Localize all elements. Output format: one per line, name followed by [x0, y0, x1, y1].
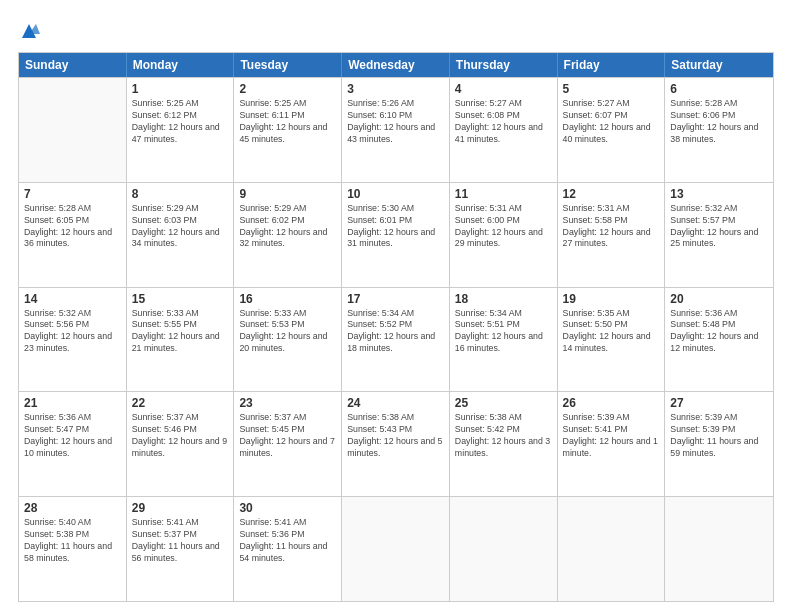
- day-info: Sunrise: 5:26 AM Sunset: 6:10 PM Dayligh…: [347, 98, 444, 146]
- calendar-cell: 23Sunrise: 5:37 AM Sunset: 5:45 PM Dayli…: [234, 392, 342, 496]
- day-number: 26: [563, 396, 660, 410]
- calendar-cell: [450, 497, 558, 601]
- calendar-cell: 30Sunrise: 5:41 AM Sunset: 5:36 PM Dayli…: [234, 497, 342, 601]
- day-info: Sunrise: 5:28 AM Sunset: 6:05 PM Dayligh…: [24, 203, 121, 251]
- day-info: Sunrise: 5:37 AM Sunset: 5:45 PM Dayligh…: [239, 412, 336, 460]
- calendar-cell: 11Sunrise: 5:31 AM Sunset: 6:00 PM Dayli…: [450, 183, 558, 287]
- day-number: 11: [455, 187, 552, 201]
- day-number: 19: [563, 292, 660, 306]
- col-header-saturday: Saturday: [665, 53, 773, 77]
- calendar-cell: 24Sunrise: 5:38 AM Sunset: 5:43 PM Dayli…: [342, 392, 450, 496]
- calendar-cell: 29Sunrise: 5:41 AM Sunset: 5:37 PM Dayli…: [127, 497, 235, 601]
- day-info: Sunrise: 5:40 AM Sunset: 5:38 PM Dayligh…: [24, 517, 121, 565]
- calendar-week-5: 28Sunrise: 5:40 AM Sunset: 5:38 PM Dayli…: [19, 496, 773, 601]
- day-info: Sunrise: 5:35 AM Sunset: 5:50 PM Dayligh…: [563, 308, 660, 356]
- day-info: Sunrise: 5:39 AM Sunset: 5:39 PM Dayligh…: [670, 412, 768, 460]
- day-number: 17: [347, 292, 444, 306]
- calendar-cell: 1Sunrise: 5:25 AM Sunset: 6:12 PM Daylig…: [127, 78, 235, 182]
- day-info: Sunrise: 5:31 AM Sunset: 5:58 PM Dayligh…: [563, 203, 660, 251]
- logo: [18, 18, 44, 42]
- col-header-friday: Friday: [558, 53, 666, 77]
- day-info: Sunrise: 5:38 AM Sunset: 5:42 PM Dayligh…: [455, 412, 552, 460]
- day-number: 25: [455, 396, 552, 410]
- calendar-cell: 25Sunrise: 5:38 AM Sunset: 5:42 PM Dayli…: [450, 392, 558, 496]
- calendar-cell: 12Sunrise: 5:31 AM Sunset: 5:58 PM Dayli…: [558, 183, 666, 287]
- day-number: 14: [24, 292, 121, 306]
- calendar-cell: 9Sunrise: 5:29 AM Sunset: 6:02 PM Daylig…: [234, 183, 342, 287]
- calendar-cell: [558, 497, 666, 601]
- calendar-cell: 14Sunrise: 5:32 AM Sunset: 5:56 PM Dayli…: [19, 288, 127, 392]
- calendar-cell: 19Sunrise: 5:35 AM Sunset: 5:50 PM Dayli…: [558, 288, 666, 392]
- calendar-cell: 22Sunrise: 5:37 AM Sunset: 5:46 PM Dayli…: [127, 392, 235, 496]
- day-info: Sunrise: 5:41 AM Sunset: 5:36 PM Dayligh…: [239, 517, 336, 565]
- calendar-body: 1Sunrise: 5:25 AM Sunset: 6:12 PM Daylig…: [19, 77, 773, 601]
- day-info: Sunrise: 5:29 AM Sunset: 6:02 PM Dayligh…: [239, 203, 336, 251]
- day-info: Sunrise: 5:34 AM Sunset: 5:52 PM Dayligh…: [347, 308, 444, 356]
- day-number: 12: [563, 187, 660, 201]
- calendar-week-3: 14Sunrise: 5:32 AM Sunset: 5:56 PM Dayli…: [19, 287, 773, 392]
- calendar-cell: 5Sunrise: 5:27 AM Sunset: 6:07 PM Daylig…: [558, 78, 666, 182]
- col-header-tuesday: Tuesday: [234, 53, 342, 77]
- calendar-cell: [19, 78, 127, 182]
- day-number: 18: [455, 292, 552, 306]
- col-header-thursday: Thursday: [450, 53, 558, 77]
- day-number: 1: [132, 82, 229, 96]
- col-header-monday: Monday: [127, 53, 235, 77]
- day-number: 8: [132, 187, 229, 201]
- calendar: SundayMondayTuesdayWednesdayThursdayFrid…: [18, 52, 774, 602]
- header: [18, 18, 774, 42]
- calendar-cell: 4Sunrise: 5:27 AM Sunset: 6:08 PM Daylig…: [450, 78, 558, 182]
- calendar-header-row: SundayMondayTuesdayWednesdayThursdayFrid…: [19, 53, 773, 77]
- day-info: Sunrise: 5:25 AM Sunset: 6:12 PM Dayligh…: [132, 98, 229, 146]
- day-info: Sunrise: 5:25 AM Sunset: 6:11 PM Dayligh…: [239, 98, 336, 146]
- day-info: Sunrise: 5:37 AM Sunset: 5:46 PM Dayligh…: [132, 412, 229, 460]
- day-info: Sunrise: 5:32 AM Sunset: 5:56 PM Dayligh…: [24, 308, 121, 356]
- day-info: Sunrise: 5:36 AM Sunset: 5:48 PM Dayligh…: [670, 308, 768, 356]
- day-info: Sunrise: 5:29 AM Sunset: 6:03 PM Dayligh…: [132, 203, 229, 251]
- day-info: Sunrise: 5:38 AM Sunset: 5:43 PM Dayligh…: [347, 412, 444, 460]
- day-number: 23: [239, 396, 336, 410]
- day-info: Sunrise: 5:33 AM Sunset: 5:55 PM Dayligh…: [132, 308, 229, 356]
- calendar-week-4: 21Sunrise: 5:36 AM Sunset: 5:47 PM Dayli…: [19, 391, 773, 496]
- day-number: 29: [132, 501, 229, 515]
- calendar-cell: 13Sunrise: 5:32 AM Sunset: 5:57 PM Dayli…: [665, 183, 773, 287]
- day-info: Sunrise: 5:27 AM Sunset: 6:08 PM Dayligh…: [455, 98, 552, 146]
- col-header-wednesday: Wednesday: [342, 53, 450, 77]
- day-info: Sunrise: 5:32 AM Sunset: 5:57 PM Dayligh…: [670, 203, 768, 251]
- day-info: Sunrise: 5:31 AM Sunset: 6:00 PM Dayligh…: [455, 203, 552, 251]
- calendar-week-1: 1Sunrise: 5:25 AM Sunset: 6:12 PM Daylig…: [19, 77, 773, 182]
- day-number: 16: [239, 292, 336, 306]
- day-info: Sunrise: 5:27 AM Sunset: 6:07 PM Dayligh…: [563, 98, 660, 146]
- day-number: 13: [670, 187, 768, 201]
- calendar-cell: 7Sunrise: 5:28 AM Sunset: 6:05 PM Daylig…: [19, 183, 127, 287]
- day-info: Sunrise: 5:28 AM Sunset: 6:06 PM Dayligh…: [670, 98, 768, 146]
- day-number: 10: [347, 187, 444, 201]
- calendar-cell: 17Sunrise: 5:34 AM Sunset: 5:52 PM Dayli…: [342, 288, 450, 392]
- day-number: 28: [24, 501, 121, 515]
- day-number: 2: [239, 82, 336, 96]
- calendar-cell: [342, 497, 450, 601]
- day-number: 21: [24, 396, 121, 410]
- calendar-cell: 27Sunrise: 5:39 AM Sunset: 5:39 PM Dayli…: [665, 392, 773, 496]
- day-number: 24: [347, 396, 444, 410]
- calendar-cell: 8Sunrise: 5:29 AM Sunset: 6:03 PM Daylig…: [127, 183, 235, 287]
- day-number: 5: [563, 82, 660, 96]
- calendar-week-2: 7Sunrise: 5:28 AM Sunset: 6:05 PM Daylig…: [19, 182, 773, 287]
- logo-icon: [18, 20, 40, 42]
- calendar-cell: 18Sunrise: 5:34 AM Sunset: 5:51 PM Dayli…: [450, 288, 558, 392]
- day-number: 22: [132, 396, 229, 410]
- calendar-cell: [665, 497, 773, 601]
- day-number: 7: [24, 187, 121, 201]
- calendar-cell: 28Sunrise: 5:40 AM Sunset: 5:38 PM Dayli…: [19, 497, 127, 601]
- day-info: Sunrise: 5:41 AM Sunset: 5:37 PM Dayligh…: [132, 517, 229, 565]
- day-number: 6: [670, 82, 768, 96]
- day-number: 9: [239, 187, 336, 201]
- calendar-cell: 26Sunrise: 5:39 AM Sunset: 5:41 PM Dayli…: [558, 392, 666, 496]
- col-header-sunday: Sunday: [19, 53, 127, 77]
- day-number: 3: [347, 82, 444, 96]
- calendar-cell: 16Sunrise: 5:33 AM Sunset: 5:53 PM Dayli…: [234, 288, 342, 392]
- calendar-cell: 21Sunrise: 5:36 AM Sunset: 5:47 PM Dayli…: [19, 392, 127, 496]
- day-number: 20: [670, 292, 768, 306]
- calendar-cell: 10Sunrise: 5:30 AM Sunset: 6:01 PM Dayli…: [342, 183, 450, 287]
- day-number: 27: [670, 396, 768, 410]
